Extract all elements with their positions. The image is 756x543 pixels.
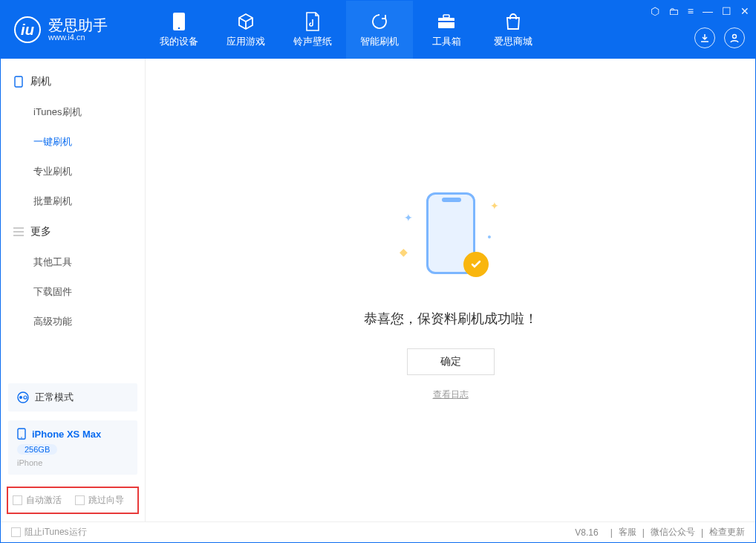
sparkle-icon: ✦: [404, 212, 413, 224]
nav-tab-store[interactable]: 爱思商城: [480, 1, 547, 59]
checkbox-icon: [11, 527, 21, 537]
nav-label: 爱思商城: [494, 35, 532, 48]
update-link[interactable]: 检查更新: [709, 526, 745, 539]
nav-tabs: 我的设备 应用游戏 铃声壁纸 智能刷机 工具箱 爱思商城: [146, 1, 547, 59]
svg-point-8: [19, 396, 22, 399]
shirt-icon[interactable]: ⬡: [651, 5, 659, 17]
view-log-link[interactable]: 查看日志: [433, 388, 469, 401]
sidebar-item-batch[interactable]: 批量刷机: [1, 186, 145, 216]
nav-label: 应用游戏: [227, 35, 265, 48]
auto-activate-checkbox[interactable]: 自动激活: [13, 494, 62, 507]
body: 刷机 iTunes刷机 一键刷机 专业刷机 批量刷机 更多 其他工具 下载固件 …: [1, 59, 755, 521]
svg-rect-6: [15, 77, 22, 87]
nav-label: 我的设备: [160, 35, 198, 48]
lock-icon[interactable]: 🗀: [668, 5, 679, 17]
success-illustration: ✦ ◆ ✦ •: [395, 179, 506, 290]
sparkle-icon: ◆: [400, 246, 408, 258]
skip-guide-checkbox[interactable]: 跳过向导: [75, 494, 124, 507]
nav-tab-ringtone[interactable]: 铃声壁纸: [279, 1, 346, 59]
mode-card[interactable]: 正常模式: [8, 383, 137, 412]
wechat-link[interactable]: 微信公众号: [651, 526, 695, 539]
sidebar: 刷机 iTunes刷机 一键刷机 专业刷机 批量刷机 更多 其他工具 下载固件 …: [1, 59, 146, 521]
sparkle-icon: •: [488, 231, 492, 243]
ok-button[interactable]: 确定: [407, 348, 495, 375]
user-button[interactable]: [724, 27, 745, 48]
refresh-shield-icon: [369, 11, 390, 32]
checkbox-icon: [13, 495, 22, 505]
checkbox-label: 自动激活: [26, 494, 62, 507]
device-card[interactable]: iPhone XS Max 256GB iPhone: [8, 420, 137, 475]
nav-tab-toolbox[interactable]: 工具箱: [413, 1, 480, 59]
sidebar-item-advanced[interactable]: 高级功能: [1, 307, 145, 336]
nav-tab-apps[interactable]: 应用游戏: [212, 1, 279, 59]
toolbox-icon: [436, 11, 457, 32]
svg-point-9: [24, 396, 27, 399]
nav-label: 铃声壁纸: [293, 35, 332, 48]
device-type: iPhone: [17, 458, 128, 467]
svg-rect-2: [438, 18, 454, 28]
checkbox-label: 阻止iTunes运行: [25, 526, 87, 539]
footer: 阻止iTunes运行 V8.16 | 客服 | 微信公众号 | 检查更新: [1, 521, 755, 542]
menu-icon[interactable]: ≡: [688, 5, 694, 17]
window-controls: ⬡ 🗀 ≡ — ☐ ✕: [651, 5, 749, 17]
device-icon: [13, 76, 25, 88]
sparkle-icon: ✦: [490, 200, 499, 212]
check-icon: [463, 252, 489, 277]
nav-tab-device[interactable]: 我的设备: [146, 1, 212, 59]
logo[interactable]: iu 爱思助手 www.i4.cn: [1, 16, 146, 43]
storage-badge: 256GB: [17, 444, 57, 455]
sidebar-group-flash[interactable]: 刷机: [1, 66, 145, 97]
group-title: 刷机: [30, 75, 51, 88]
app-name: 爱思助手: [48, 18, 108, 33]
svg-point-5: [733, 35, 737, 39]
phone-icon: [17, 428, 26, 440]
close-icon[interactable]: ✕: [740, 5, 749, 17]
svg-point-11: [21, 437, 22, 438]
download-button[interactable]: [694, 27, 715, 48]
app-domain: www.i4.cn: [48, 33, 108, 42]
header: iu 爱思助手 www.i4.cn 我的设备 应用游戏 铃声壁纸 智能刷机 工具…: [1, 1, 755, 59]
checkbox-label: 跳过向导: [88, 494, 124, 507]
nav-label: 智能刷机: [360, 35, 399, 48]
svg-rect-4: [438, 21, 454, 22]
nav-label: 工具箱: [432, 35, 461, 48]
nav-tab-flash[interactable]: 智能刷机: [346, 1, 413, 59]
block-itunes-checkbox[interactable]: 阻止iTunes运行: [11, 526, 87, 539]
svg-point-1: [178, 27, 180, 30]
sidebar-item-oneclick[interactable]: 一键刷机: [1, 127, 145, 157]
maximize-icon[interactable]: ☐: [722, 5, 731, 17]
group-title: 更多: [30, 225, 51, 238]
cube-icon: [235, 11, 256, 32]
phone-icon: [169, 11, 189, 32]
device-name: iPhone XS Max: [32, 429, 101, 440]
list-icon: [13, 226, 25, 238]
svg-rect-3: [443, 15, 449, 18]
support-link[interactable]: 客服: [619, 526, 636, 539]
sidebar-item-other[interactable]: 其他工具: [1, 247, 145, 277]
bag-icon: [503, 11, 524, 32]
version-label: V8.16: [575, 527, 598, 538]
header-buttons: [694, 27, 745, 48]
mode-label: 正常模式: [35, 391, 74, 404]
sidebar-group-more[interactable]: 更多: [1, 216, 145, 247]
minimize-icon[interactable]: —: [703, 5, 713, 17]
mode-icon: [17, 391, 29, 403]
sidebar-item-itunes[interactable]: iTunes刷机: [1, 97, 145, 127]
logo-icon: iu: [14, 16, 41, 43]
highlighted-checkbox-row: 自动激活 跳过向导: [7, 487, 139, 514]
music-file-icon: [302, 11, 323, 32]
checkbox-icon: [75, 495, 85, 505]
sidebar-item-pro[interactable]: 专业刷机: [1, 157, 145, 186]
sidebar-item-firmware[interactable]: 下载固件: [1, 277, 145, 307]
success-message: 恭喜您，保资料刷机成功啦！: [364, 310, 538, 328]
main-content: ✦ ◆ ✦ • 恭喜您，保资料刷机成功啦！ 确定 查看日志: [146, 59, 755, 521]
